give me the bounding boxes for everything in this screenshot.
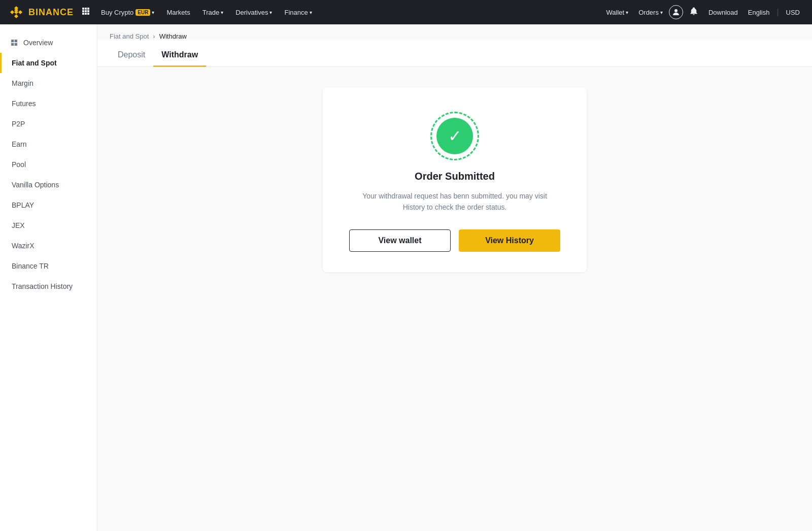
nav-divider: | [775, 8, 780, 17]
order-title: Order Submitted [415, 171, 495, 182]
nav-trade[interactable]: Trade ▾ [197, 0, 228, 24]
sidebar: Overview Fiat and Spot Margin Futures P2… [0, 24, 97, 531]
sidebar-item-jex[interactable]: JEX [0, 215, 97, 236]
page-layout: Overview Fiat and Spot Margin Futures P2… [0, 24, 812, 531]
nav-derivatives[interactable]: Derivatives ▾ [230, 0, 277, 24]
overview-icon [10, 39, 18, 47]
sidebar-item-p2p[interactable]: P2P [0, 114, 97, 134]
sidebar-item-earn[interactable]: Earn [0, 134, 97, 154]
sidebar-item-overview[interactable]: Overview [0, 32, 97, 53]
derivatives-caret: ▾ [269, 10, 272, 15]
svg-rect-6 [82, 8, 84, 10]
nav-markets[interactable]: Markets [161, 0, 195, 24]
svg-rect-17 [15, 40, 17, 42]
svg-rect-19 [15, 43, 17, 46]
sidebar-item-transaction-history[interactable]: Transaction History [0, 276, 97, 296]
sidebar-item-margin[interactable]: Margin [0, 73, 97, 93]
view-wallet-button[interactable]: View wallet [349, 229, 451, 252]
checkmark-icon: ✓ [448, 128, 462, 144]
breadcrumb-parent[interactable]: Fiat and Spot [110, 32, 149, 40]
nav-orders[interactable]: Orders ▾ [634, 0, 667, 24]
svg-rect-7 [85, 8, 87, 10]
breadcrumb-current: Withdraw [159, 32, 187, 40]
view-history-button[interactable]: View History [459, 229, 560, 252]
eur-badge: EUR [136, 9, 150, 16]
card-buttons: View wallet View History [343, 229, 566, 252]
svg-point-15 [674, 9, 678, 12]
svg-marker-1 [10, 10, 14, 14]
nav-finance[interactable]: Finance ▾ [279, 0, 317, 24]
nav-right: Wallet ▾ Orders ▾ Download English | USD [602, 0, 804, 24]
sidebar-item-fiat-and-spot[interactable]: Fiat and Spot [0, 53, 97, 73]
tab-deposit[interactable]: Deposit [110, 46, 153, 67]
svg-rect-13 [85, 13, 87, 15]
brand-name: BINANCE [28, 7, 74, 18]
svg-rect-11 [87, 10, 89, 12]
nav-download[interactable]: Download [704, 0, 742, 24]
svg-rect-16 [11, 40, 14, 42]
tab-withdraw[interactable]: Withdraw [153, 46, 206, 67]
top-navigation: BINANCE Buy Crypto EUR ▾ Markets Trade ▾… [0, 0, 812, 24]
sidebar-item-bplay[interactable]: BPLAY [0, 195, 97, 215]
order-submitted-card: ✓ Order Submitted Your withdrawal reques… [323, 87, 587, 272]
content-area: ✓ Order Submitted Your withdrawal reques… [97, 67, 812, 372]
order-description: Your withdrawal request has benn submitt… [358, 190, 551, 213]
sidebar-item-pool[interactable]: Pool [0, 154, 97, 175]
breadcrumb-separator: › [153, 32, 155, 40]
trade-caret: ▾ [221, 10, 223, 15]
notification-bell[interactable] [685, 7, 702, 18]
tab-bar: Deposit Withdraw [97, 40, 812, 67]
sidebar-item-binance-tr[interactable]: Binance TR [0, 256, 97, 276]
svg-rect-10 [85, 10, 87, 12]
svg-rect-8 [87, 8, 89, 10]
nav-currency[interactable]: USD [782, 0, 804, 24]
grid-icon[interactable] [82, 7, 90, 17]
success-icon-wrapper: ✓ [430, 112, 479, 160]
sidebar-item-vanilla-options[interactable]: Vanilla Options [0, 175, 97, 195]
svg-rect-9 [82, 10, 84, 12]
sidebar-item-futures[interactable]: Futures [0, 93, 97, 114]
svg-marker-3 [14, 14, 18, 18]
brand-logo[interactable]: BINANCE [8, 4, 74, 20]
svg-rect-18 [11, 43, 14, 46]
svg-rect-14 [87, 13, 89, 15]
nav-links: Buy Crypto EUR ▾ Markets Trade ▾ Derivat… [96, 0, 602, 24]
breadcrumb: Fiat and Spot › Withdraw [97, 24, 812, 40]
svg-marker-2 [18, 10, 22, 14]
success-circle: ✓ [436, 118, 473, 154]
main-content: Fiat and Spot › Withdraw Deposit Withdra… [97, 24, 812, 531]
nav-language[interactable]: English [744, 0, 774, 24]
wallet-caret: ▾ [626, 10, 628, 15]
nav-buy-crypto[interactable]: Buy Crypto EUR ▾ [96, 0, 159, 24]
orders-caret: ▾ [660, 10, 663, 15]
sidebar-item-wazirx[interactable]: WazirX [0, 236, 97, 256]
finance-caret: ▾ [310, 10, 312, 15]
user-avatar[interactable] [669, 5, 683, 19]
nav-wallet[interactable]: Wallet ▾ [602, 0, 633, 24]
buy-crypto-caret: ▾ [152, 10, 154, 15]
svg-rect-12 [82, 13, 84, 15]
